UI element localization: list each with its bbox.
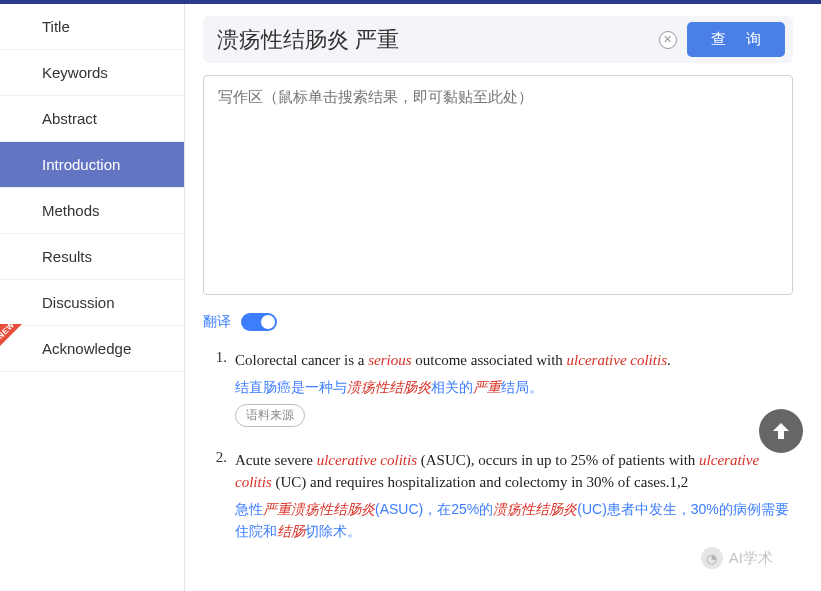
result-item[interactable]: 2.Acute severe ulcerative colitis (ASUC)… <box>203 449 793 543</box>
result-number: 1. <box>203 349 227 427</box>
result-body: Colorectal cancer is a serious outcome a… <box>235 349 793 427</box>
result-chinese: 急性严重溃疡性结肠炎(ASUC)，在25%的溃疡性结肠炎(UC)患者中发生，30… <box>235 498 793 543</box>
scroll-top-button[interactable] <box>759 409 803 453</box>
sidebar-item-label: Acknowledge <box>42 340 131 357</box>
sidebar-item-abstract[interactable]: Abstract <box>0 96 184 142</box>
results-list: 1.Colorectal cancer is a serious outcome… <box>203 349 793 543</box>
sidebar: TitleKeywordsAbstractIntroductionMethods… <box>0 4 185 591</box>
sidebar-item-acknowledge[interactable]: Acknowledge <box>0 326 184 372</box>
result-english: Acute severe ulcerative colitis (ASUC), … <box>235 449 793 494</box>
sidebar-item-label: Methods <box>42 202 100 219</box>
result-number: 2. <box>203 449 227 543</box>
main-content: ✕ 查 询 翻译 1.Colorectal cancer is a seriou… <box>185 4 821 591</box>
translate-toggle[interactable] <box>241 313 277 331</box>
search-row: ✕ 查 询 <box>203 16 793 63</box>
translate-row: 翻译 <box>203 313 793 331</box>
sidebar-item-methods[interactable]: Methods <box>0 188 184 234</box>
sidebar-item-label: Title <box>42 18 70 35</box>
translate-label: 翻译 <box>203 313 231 331</box>
clear-icon[interactable]: ✕ <box>659 31 677 49</box>
write-area[interactable] <box>203 75 793 295</box>
sidebar-item-label: Keywords <box>42 64 108 81</box>
query-button[interactable]: 查 询 <box>687 22 785 57</box>
sidebar-item-title[interactable]: Title <box>0 4 184 50</box>
result-chinese: 结直肠癌是一种与溃疡性结肠炎相关的严重结局。 <box>235 376 793 398</box>
sidebar-item-results[interactable]: Results <box>0 234 184 280</box>
sidebar-item-label: Abstract <box>42 110 97 127</box>
result-item[interactable]: 1.Colorectal cancer is a serious outcome… <box>203 349 793 427</box>
sidebar-item-introduction[interactable]: Introduction <box>0 142 184 188</box>
result-english: Colorectal cancer is a serious outcome a… <box>235 349 793 372</box>
arrow-up-icon <box>769 419 793 443</box>
sidebar-item-label: Results <box>42 248 92 265</box>
result-body: Acute severe ulcerative colitis (ASUC), … <box>235 449 793 543</box>
sidebar-item-keywords[interactable]: Keywords <box>0 50 184 96</box>
sidebar-item-label: Discussion <box>42 294 115 311</box>
search-input[interactable] <box>217 27 659 53</box>
source-button[interactable]: 语料来源 <box>235 404 305 427</box>
sidebar-item-discussion[interactable]: Discussion <box>0 280 184 326</box>
sidebar-item-label: Introduction <box>42 156 120 173</box>
